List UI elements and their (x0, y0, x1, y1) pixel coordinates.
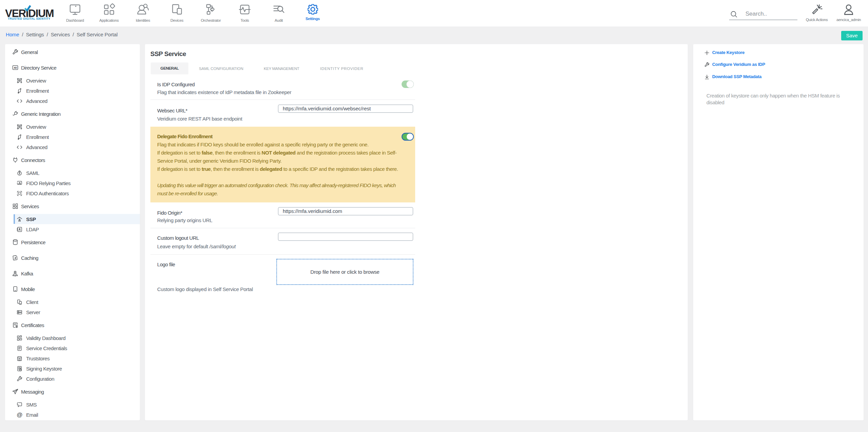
svg-text:AD: AD (14, 67, 17, 69)
